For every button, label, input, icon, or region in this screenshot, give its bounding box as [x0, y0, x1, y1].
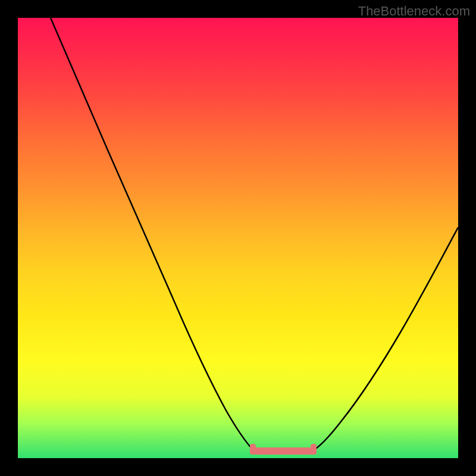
trough-right-end: [311, 444, 317, 455]
chart-plot-area: [18, 18, 458, 458]
left-curve: [51, 18, 253, 450]
trough-highlight: [253, 447, 315, 455]
chart-curves-svg: [18, 18, 458, 458]
watermark-text: TheBottleneck.com: [358, 4, 470, 19]
right-curve: [314, 227, 458, 450]
